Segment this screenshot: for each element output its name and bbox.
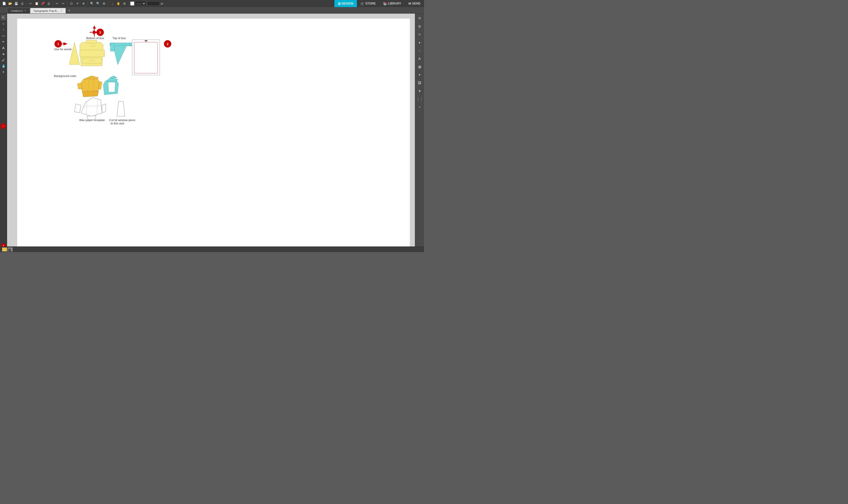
paste-icon[interactable]: 📌 [40, 1, 45, 6]
cut-icon[interactable]: ✂ [28, 1, 33, 6]
shape-bottom-tab-top [86, 40, 97, 43]
design-icon: ⊞ [338, 2, 341, 5]
transform-panel-icon[interactable]: ⧉ [416, 15, 423, 22]
label-top-of-box: Top of box [112, 37, 126, 40]
store-icon: 🛒 [360, 2, 365, 5]
text-tool[interactable]: A [1, 45, 6, 51]
move-down-icon[interactable]: ↓ [110, 1, 115, 6]
tab-store[interactable]: 🛒 STORE [357, 0, 379, 7]
svg-marker-12 [82, 91, 99, 97]
tab-send[interactable]: ✉ SEND [405, 0, 424, 7]
line-tool[interactable]: / [1, 27, 6, 32]
target-icon[interactable]: ⊕ [81, 1, 86, 6]
stroke-unit-label: pt [161, 2, 163, 5]
data-panel-icon[interactable]: ▦ [416, 63, 423, 70]
shape-bottom-cone [69, 42, 80, 65]
shape-top-triangle [113, 45, 127, 65]
svg-marker-11 [99, 82, 102, 90]
main-layout: ↖ ◇ / ▭ ✒ A ◈ 🖌 💧 ✦ 1 ← 3 [0, 14, 424, 252]
node-tool[interactable]: ◇ [1, 21, 6, 26]
tab-design[interactable]: ⊞ DESIGN [334, 0, 357, 7]
hand-icon[interactable]: ✋ [116, 1, 121, 6]
pointer-tool[interactable]: ↖ [1, 15, 6, 20]
line-panel-icon[interactable]: ○ [416, 47, 423, 54]
sep2 [53, 1, 53, 5]
select-all-icon[interactable]: ⊡ [69, 1, 74, 6]
favorites-icon[interactable]: ★ [416, 87, 423, 94]
step-1-arrow: ← [0, 123, 6, 129]
top-toolbar: 📄 📂 💾 🖨 ✂ 📋 📌 🖨 ↩ ↪ ⊡ ✕ ⊕ 🔍 🔍 ⊞ ↓ ✋ ⊞ ——… [0, 0, 424, 7]
doc-tab-typographic[interactable]: Typographic Pop A... ✕ [30, 8, 66, 13]
close-untitled2-button[interactable]: ✕ [24, 9, 26, 12]
sep5 [108, 1, 108, 5]
doc-tab-untitled2[interactable]: Untitled-2 ✕ [7, 8, 30, 13]
shape-wax-main [81, 97, 102, 116]
canvas-preview-inner [134, 42, 158, 73]
send-icon: ✉ [408, 2, 411, 5]
stroke-style-select[interactable]: —— [135, 1, 146, 6]
shape-bottom-strip [80, 50, 105, 57]
right-panel: ⧉ ⊞ ≡ ● ○ A ▦ ✦ 🖼 ★ ⋮⋮ ≈ [415, 14, 424, 252]
save-file-icon[interactable]: 💾 [14, 1, 19, 6]
zoom-in-icon[interactable]: 🔍 [89, 1, 94, 6]
print2-icon[interactable]: 🖨 [46, 1, 51, 6]
left-toolbar: ↖ ◇ / ▭ ✒ A ◈ 🖌 💧 ✦ 1 ← [0, 14, 7, 252]
replicate-icon[interactable]: ⋮⋮ [416, 95, 423, 103]
stroke-color-swatch[interactable] [130, 1, 134, 5]
paint-tool[interactable]: 🖌 [1, 57, 6, 62]
sep1 [26, 1, 26, 5]
eraser-tool[interactable]: ◈ [1, 51, 6, 56]
redo-icon[interactable]: ↪ [60, 1, 66, 6]
zoom-out-icon[interactable]: 🔍 [95, 1, 101, 6]
svg-marker-19 [102, 104, 106, 112]
expand-icon[interactable]: ⊞ [122, 1, 127, 6]
nav-tabs: ⊞ DESIGN 🛒 STORE 📚 LIBRARY ✉ SEND [334, 0, 424, 7]
print-icon[interactable]: 🖨 [20, 1, 25, 6]
canvas-area[interactable]: 3 Bottom of box Top of box 1 [7, 14, 415, 252]
sep6 [128, 1, 129, 5]
step2-number: 2 [166, 42, 169, 46]
close-typographic-button[interactable]: ✕ [60, 9, 63, 12]
open-file-icon[interactable]: 📂 [7, 1, 13, 6]
align-panel-icon[interactable]: ≡ [416, 31, 423, 38]
tab-bar: Untitled-2 ✕ Typographic Pop A... ✕ + [0, 7, 424, 14]
bottom-bar: ⚙ [0, 247, 424, 252]
new-file-icon[interactable]: 📄 [1, 1, 6, 6]
svg-marker-2 [93, 25, 96, 29]
trace-icon[interactable]: 🖼 [416, 79, 423, 86]
undo-icon[interactable]: ↩ [54, 1, 59, 6]
sep4 [88, 1, 88, 5]
settings-gear-icon[interactable]: ⚙ [7, 248, 13, 252]
roughen-icon[interactable]: ≈ [416, 104, 423, 110]
shape-cut-lid-window [117, 102, 125, 116]
svg-rect-7 [110, 43, 114, 51]
step3-number: 3 [99, 31, 101, 34]
label-cut-lid-1: Cut lid window piece [109, 119, 135, 122]
canvas-white: 3 Bottom of box Top of box 1 [17, 19, 410, 250]
delete-icon[interactable]: ✕ [75, 1, 80, 6]
stroke-width-input[interactable]: 0.00 [147, 1, 160, 6]
label-cut-lid-2: to this size [110, 122, 124, 125]
page-setup-icon[interactable]: ⊞ [416, 23, 423, 30]
copy-icon[interactable]: 📋 [34, 1, 39, 6]
label-use-for-words: Use for words [54, 48, 72, 51]
shape-teal-window [108, 82, 115, 92]
label-background-color: Background color [54, 74, 76, 77]
pen-tool[interactable]: ✒ [1, 39, 6, 44]
zoom-fit-icon[interactable]: ⊞ [102, 1, 106, 6]
svg-marker-18 [74, 104, 81, 112]
tab-library[interactable]: 📚 LIBRARY [379, 0, 405, 7]
eyedrop-tool[interactable]: 💧 [1, 63, 6, 69]
rect-tool[interactable]: ▭ [1, 33, 6, 38]
color-swatch-button[interactable] [2, 248, 7, 252]
design-svg: 3 Bottom of box Top of box 1 [17, 19, 410, 250]
font-panel-icon[interactable]: A [416, 55, 423, 62]
wand-tool[interactable]: ✦ [1, 69, 6, 75]
shape-assembled-body [81, 78, 100, 92]
canvas-handle [145, 40, 147, 41]
cut-settings-icon[interactable]: ✦ [416, 71, 423, 78]
step1-number: 1 [57, 42, 59, 46]
fill-panel-icon[interactable]: ● [416, 39, 423, 46]
new-tab-button[interactable]: + [67, 8, 71, 13]
svg-marker-20 [87, 116, 96, 120]
